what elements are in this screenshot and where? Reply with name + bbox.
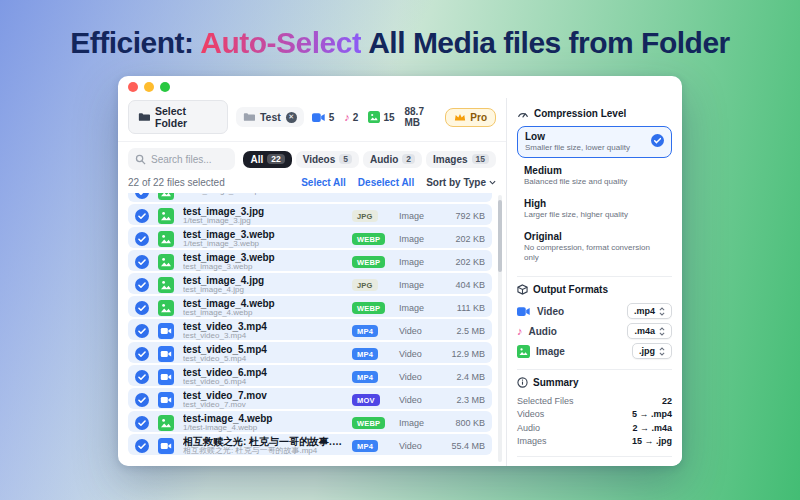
file-name: test_video_7.mov	[183, 390, 345, 401]
format-badge: JPG	[352, 210, 378, 222]
compression-option[interactable]: High Larger file size, higher quality	[517, 194, 672, 224]
scrollbar[interactable]	[498, 195, 502, 462]
file-size: 55.4 MB	[439, 441, 485, 451]
compression-option[interactable]: Low Smaller file size, lower quality	[517, 126, 672, 158]
file-row[interactable]: test_video_5.mp4 test_video_5.mp4 MP4 Vi…	[128, 342, 492, 363]
divider	[517, 276, 672, 277]
check-circle-icon[interactable]	[135, 209, 151, 223]
file-row[interactable]: test-image_4.webp 1/test-image_4.webp WE…	[128, 411, 492, 432]
pro-badge[interactable]: Pro	[445, 108, 496, 127]
format-row: Video .mp4	[517, 303, 672, 319]
filter-chip[interactable]: Images 15	[426, 151, 496, 168]
check-circle-icon[interactable]	[135, 232, 151, 246]
filter-chip[interactable]: Audio 2	[363, 151, 422, 168]
folder-open-icon	[138, 112, 150, 122]
check-circle-icon[interactable]	[135, 193, 151, 199]
search-input[interactable]	[151, 154, 228, 165]
check-circle-icon[interactable]	[135, 255, 151, 269]
selection-bar: 22 of 22 files selected Select All Desel…	[118, 175, 506, 193]
headline-highlight: Auto-Select	[200, 26, 361, 59]
summary-value: 15 → .jpg	[632, 436, 672, 446]
video-file-icon	[158, 392, 176, 408]
minimize-button[interactable]	[144, 82, 154, 92]
compression-option[interactable]: Medium Balanced file size and quality	[517, 161, 672, 191]
file-kind: Image	[399, 257, 432, 267]
videos-count: 5	[329, 112, 335, 123]
search-box[interactable]	[128, 148, 235, 170]
zoom-button[interactable]	[160, 82, 170, 92]
filter-chip[interactable]: Videos 5	[296, 151, 359, 168]
video-camera-icon	[312, 112, 326, 123]
format-select[interactable]: .m4a	[627, 323, 672, 339]
format-badge: MP4	[352, 371, 378, 383]
file-kind: Image	[399, 418, 432, 428]
compression-option[interactable]: Original No compression, format conversi…	[517, 227, 672, 267]
stepper-icon	[659, 347, 665, 356]
toolbar: Select Folder Test ✕ 5 ♪ 2	[118, 98, 506, 142]
folder-chip[interactable]: Test ✕	[236, 107, 304, 127]
deselect-all-button[interactable]: Deselect All	[358, 177, 414, 188]
scrollbar-thumb[interactable]	[498, 200, 502, 272]
file-list: 1/test_image_2.webp test_image_3.jpg 1/t…	[128, 193, 492, 455]
divider	[517, 369, 672, 370]
file-row[interactable]: test_video_3.mp4 test_video_3.mp4 MP4 Vi…	[128, 319, 492, 340]
image-file-icon	[158, 300, 176, 316]
stepper-icon	[659, 327, 665, 336]
file-row[interactable]: 1/test_image_2.webp	[128, 193, 492, 202]
check-circle-icon[interactable]	[135, 370, 151, 384]
summary-row: Images 15 → .jpg	[517, 436, 672, 446]
remove-folder-button[interactable]: ✕	[286, 112, 297, 123]
image-format-icon	[517, 345, 530, 358]
file-row[interactable]: test_video_6.mp4 test_video_6.mp4 MP4 Vi…	[128, 365, 492, 386]
filter-chip-count: 15	[472, 154, 489, 164]
check-circle-icon[interactable]	[135, 393, 151, 407]
format-rows: Video .mp4 ♪ Audio .m4a Ima	[517, 299, 672, 363]
check-circle-icon[interactable]	[135, 301, 151, 315]
image-file-icon	[158, 254, 176, 270]
file-path: test_video_7.mov	[183, 401, 345, 410]
filter-chip-label: Videos	[303, 154, 336, 165]
video-format-icon	[517, 306, 531, 317]
check-circle-icon[interactable]	[135, 324, 151, 338]
format-label: Video	[537, 306, 564, 317]
format-select[interactable]: .mp4	[627, 303, 672, 319]
file-row[interactable]: test_image_3.webp 1/test_image_3.webp WE…	[128, 227, 492, 248]
check-circle-icon[interactable]	[135, 347, 151, 361]
file-row[interactable]: 相互救赎之光: 杜克与一哥的故事.mp4 相互救赎之光: 杜克与一哥的故事.mp…	[128, 434, 492, 455]
select-folder-button[interactable]: Select Folder	[128, 100, 228, 134]
format-select-value: .m4a	[634, 326, 655, 336]
selected-check-icon	[651, 134, 664, 147]
filter-chips: All 22 Videos 5 Audio 2 Images 15	[243, 151, 496, 168]
file-row[interactable]: test_image_4.jpg test_image_4.jpg JPG Im…	[128, 273, 492, 294]
file-row[interactable]: test_image_3.jpg 1/test_image_3.jpg JPG …	[128, 204, 492, 225]
filter-chip-label: Images	[433, 154, 467, 165]
file-row[interactable]: test_image_4.webp test_image_4.webp WEBP…	[128, 296, 492, 317]
selection-status: 22 of 22 files selected	[128, 177, 225, 188]
format-badge: MOV	[352, 394, 380, 406]
file-name: test_video_6.mp4	[183, 367, 345, 378]
filter-chip[interactable]: All 22	[243, 151, 291, 168]
file-kind: Video	[399, 395, 432, 405]
select-all-button[interactable]: Select All	[301, 177, 346, 188]
format-badge: WEBP	[352, 256, 385, 268]
summary-value: 5 → .mp4	[632, 409, 672, 419]
file-row[interactable]: test_video_7.mov test_video_7.mov MOV Vi…	[128, 388, 492, 409]
check-circle-icon[interactable]	[135, 278, 151, 292]
check-circle-icon[interactable]	[135, 416, 151, 430]
stepper-icon	[659, 307, 665, 316]
check-circle-icon[interactable]	[135, 439, 151, 453]
file-name: test_image_4.webp	[183, 298, 345, 309]
file-kind: Video	[399, 441, 432, 451]
file-row[interactable]: test_image_3.webp test_image_3.webp WEBP…	[128, 250, 492, 271]
compression-option-name: Original	[524, 231, 665, 242]
summary-title: Summary	[517, 377, 672, 388]
sort-by-button[interactable]: Sort by Type	[426, 177, 496, 188]
select-folder-label: Select Folder	[155, 105, 218, 129]
file-path: 1/test-image_4.webp	[183, 424, 345, 433]
file-size: 2.3 MB	[439, 395, 485, 405]
file-name: test_image_3.jpg	[183, 206, 345, 217]
compression-option-desc: Balanced file size and quality	[524, 177, 665, 187]
close-button[interactable]	[128, 82, 138, 92]
file-name: test_video_5.mp4	[183, 344, 345, 355]
format-select[interactable]: .jpg	[632, 343, 672, 359]
